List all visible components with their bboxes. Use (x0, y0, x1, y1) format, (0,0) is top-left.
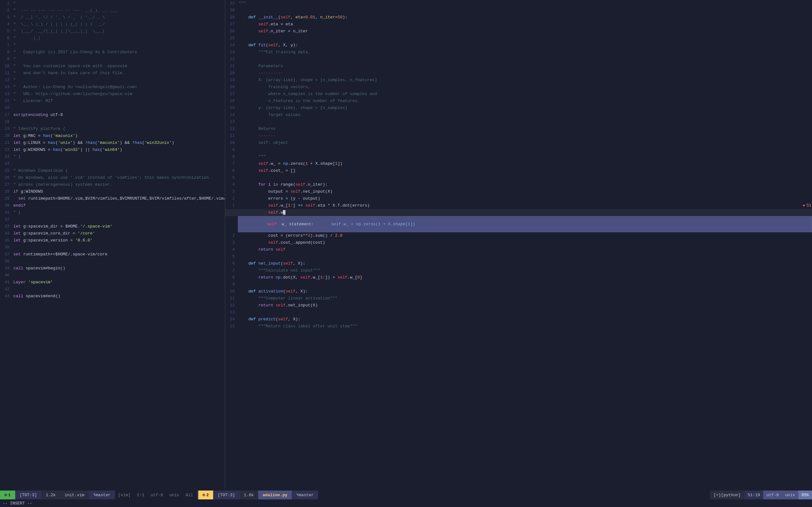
autocomplete-item-selected[interactable]: self w_ statement: self.w_ = np.zeros(1 … (238, 216, 812, 232)
right-code-area[interactable]: 31""" 30 28 def __init__(self, eta=0.01,… (225, 0, 812, 491)
table-row: 3 output = self.net_input(X) (225, 188, 812, 195)
table-row: 2 errors = (y - output) (225, 195, 812, 202)
table-row: 15 """Return class label after unit step… (225, 323, 812, 330)
table-row: 7" (0, 42, 225, 49)
table-row: 29 set runtimepath=$HOME/.vim,$VIM/vimfi… (0, 195, 225, 202)
status-filename-left: init.vim (60, 491, 89, 499)
table-row: 4" \__ \ |_) / | | | | (_| | | | __/ (0, 21, 225, 28)
table-row: 33let g:spacevim_dir = $HOME.'/.space-vi… (0, 223, 225, 230)
table-row: 3" / __| '_ \/ / '_ \ / _` | '__/ _ \ (0, 14, 225, 21)
table-row: 11 """Computer linear activation""" (225, 295, 812, 302)
status-os-left: unix (166, 491, 183, 499)
table-row: 28if g:WINDOWS (0, 188, 225, 195)
autocomplete-popup[interactable]: self w_ statement: self.w_ = np.zeros(1 … (238, 216, 812, 232)
table-row: 22let g:WINDOWS = has('win32') || has('w… (0, 147, 225, 153)
table-row: 13 (225, 118, 812, 125)
table-row: 24 def fit(self, X, y): (225, 42, 812, 49)
table-row: 11 ------- (225, 132, 812, 139)
table-row: 21let g:LINUX = has('unix') && !has('mac… (0, 139, 225, 147)
table-row: 16 (0, 105, 225, 112)
insert-mode-label: -- INSERT -- (3, 501, 32, 506)
table-row: 24 (0, 160, 225, 167)
left-pane: 1" 2" --- -- --- --- -- -- --- __(_)_ __… (0, 0, 225, 491)
status-flag-left: All (183, 491, 196, 499)
status-enc-right: utf-8 (763, 491, 782, 499)
left-code-area[interactable]: 1" 2" --- -- --- --- -- -- --- __(_)_ __… (0, 0, 225, 491)
status-mode-right: [+][python] (710, 491, 745, 499)
cursor-line: self.w_ (225, 209, 812, 216)
table-row: 25 (225, 35, 812, 42)
table-row: 37set runtimepath+=$HOME/.space-vim/core (0, 251, 225, 258)
table-row: 39call spacevim#begin() (0, 265, 225, 272)
table-row: 31""" (225, 0, 812, 7)
table-row: 43call spacevim#end() (0, 293, 225, 300)
table-row: 19 X: {array-like}, shape = [n_samples, … (225, 77, 812, 83)
status-os-right: unix (782, 491, 798, 499)
table-row: 14 def predict(self, X): (225, 316, 812, 323)
table-row: 7 """Calculate net input""" (225, 267, 812, 274)
table-row: 3 self.cost_.append(cost) (225, 239, 812, 246)
table-row: 27 self.eta = eta (225, 21, 812, 28)
table-row: 18 (0, 118, 225, 125)
table-row: 38 (0, 258, 225, 265)
table-row: 5 (225, 253, 812, 260)
table-row: 36 (0, 244, 225, 251)
status-branch-left: ⌥master (89, 491, 115, 499)
table-row: 9" (0, 56, 225, 63)
table-row: 14 Target values. (225, 112, 812, 118)
status-bar: ⊙ 1 [TOT:3] 1.2k init.vim ⌥master [vim] … (0, 491, 812, 499)
table-row: 1" (0, 0, 225, 7)
table-row: 2 cost = (errors**2).sum() / 2.0 (225, 232, 812, 239)
right-pane: 31""" 30 28 def __init__(self, eta=0.01,… (225, 0, 812, 491)
status-branch-right: ⌥master (292, 491, 318, 499)
status-tot-right: [TOT:3] (213, 491, 240, 499)
editor-container: 1" 2" --- -- --- --- -- -- --- __(_)_ __… (0, 0, 812, 491)
table-row: 15 y: {array-like}, shape = [n_samples] (225, 105, 812, 112)
table-row: 23 """Fit training data. (225, 49, 812, 56)
table-row: 13 (225, 309, 812, 316)
table-row: 17scriptencoding utf-8 (0, 112, 225, 118)
status-pos-left: 2:1 (134, 491, 148, 499)
table-row: 6 self.cost_ = [] (225, 167, 812, 174)
table-row: 1 self.w_[1:] += self.eta * X.T.dot(erro… (225, 202, 812, 209)
table-row: 4 for i in range(self.n_iter): (225, 181, 812, 188)
table-row: 12" (0, 77, 225, 83)
table-row: 42 (0, 286, 225, 293)
status-size-right: 1.6k (240, 491, 258, 499)
table-row: 6" |_| (0, 35, 225, 42)
table-row: 12 Returns (225, 125, 812, 132)
table-row: 30 (225, 7, 812, 14)
status-mode-label-left: [vim] (115, 491, 134, 499)
status-filename-right: adaline.py (258, 491, 292, 499)
status-tot-left: [TOT:3] (15, 491, 42, 499)
table-row: 16 n_features is the number of features. (225, 98, 812, 105)
table-row: 4 return self (225, 246, 812, 253)
insert-mode-line: -- INSERT -- (0, 499, 812, 507)
pane-divider (197, 491, 198, 499)
table-row: 27" across (heterogeneous) systems easie… (0, 181, 225, 188)
status-indicator-right: ⊙ 2 (198, 491, 213, 499)
table-row: 41Layer 'spacevim' (0, 279, 225, 286)
table-row: 20let g:MAC = has('macunix') (0, 132, 225, 139)
table-row: 35let g:spacevim_version = '0.6.0' (0, 237, 225, 244)
table-row: 26 self.n_iter = n_iter (225, 28, 812, 35)
right-indicator-icon: ⊙ (203, 493, 205, 498)
table-row: 8 return np.dot(X, self.w_[1:]) + self.w… (225, 274, 812, 281)
table-row: 20 ---------- (225, 70, 812, 77)
table-row: 10 def activation(self, X): (225, 288, 812, 295)
table-row: 8" Copyright (c) 2017 Liu-Cheng Xu & Con… (0, 49, 225, 56)
table-row: 30endif (0, 202, 225, 209)
table-row: 5 (225, 174, 812, 181)
left-indicator-icon: ⊙ (4, 493, 7, 498)
table-row: 12 return self.net_input(X) (225, 302, 812, 309)
table-row: 34let g:spacevim_core_dir = '/core' (0, 230, 225, 237)
status-size-left: 1.2k (41, 491, 60, 499)
table-row: 23" } (0, 153, 225, 160)
table-row: 6 def net_input(self, X): (225, 260, 812, 267)
status-pos-right: 51:19 (745, 491, 763, 499)
table-row: 13" Author: Liu-Cheng Xu <xuliuchengxlc@… (0, 83, 225, 91)
left-num: 1 (8, 493, 11, 498)
right-num: 2 (206, 493, 209, 498)
table-row: 17 where n_samples is the number of samp… (225, 91, 812, 98)
table-row: 9 (225, 281, 812, 288)
